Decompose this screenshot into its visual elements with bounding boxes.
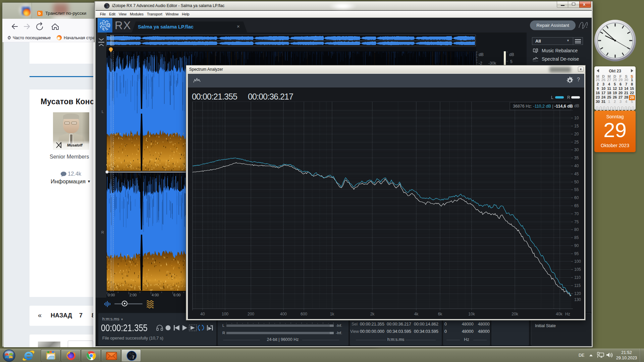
svg-text:2k: 2k (370, 312, 375, 316)
svg-text:115: 115 (574, 283, 581, 288)
svg-text:100: 100 (222, 312, 228, 316)
svg-text:100: 100 (574, 259, 581, 264)
svg-text:6k: 6k (438, 312, 443, 316)
svg-text:Hz: Hz (565, 312, 570, 316)
svg-text:40k: 40k (556, 312, 562, 316)
svg-text:70: 70 (574, 212, 579, 216)
svg-text:40: 40 (200, 312, 205, 316)
svg-text:120: 120 (574, 291, 581, 296)
svg-text:600: 600 (301, 312, 307, 316)
svg-text:1k: 1k (330, 312, 335, 316)
svg-text:80: 80 (574, 227, 579, 232)
svg-text:75: 75 (574, 220, 579, 224)
svg-text:85: 85 (574, 235, 579, 240)
svg-text:130: 130 (574, 297, 581, 302)
svg-text:00:00:21.355: 00:00:21.355 (192, 92, 237, 101)
svg-text:7: 7 (132, 355, 135, 360)
svg-text:15: 15 (574, 124, 579, 128)
svg-text:20: 20 (574, 132, 579, 136)
svg-text:20k: 20k (512, 312, 518, 316)
svg-text:400: 400 (280, 312, 287, 316)
svg-text:45: 45 (574, 172, 579, 176)
svg-text:200: 200 (248, 312, 254, 316)
svg-text:40: 40 (574, 164, 579, 168)
svg-text:35: 35 (574, 156, 579, 160)
svg-text:10: 10 (574, 116, 579, 120)
svg-text:60: 60 (574, 195, 579, 200)
svg-text:25: 25 (574, 140, 579, 144)
svg-text:105: 105 (574, 267, 581, 272)
svg-text:R: R (567, 95, 570, 100)
svg-text:4k: 4k (414, 312, 419, 316)
svg-text:110: 110 (574, 275, 581, 280)
svg-text:30: 30 (574, 147, 579, 152)
svg-text:90: 90 (574, 243, 579, 248)
svg-text:50: 50 (574, 180, 579, 184)
svg-text:L: L (551, 95, 553, 100)
svg-text:55: 55 (574, 187, 579, 192)
svg-text:36876 Hz: -110,2 dB | -114,6 d: 36876 Hz: -110,2 dB | -114,6 dB (513, 104, 573, 109)
svg-text:65: 65 (574, 203, 579, 208)
svg-text:00:00:36.217: 00:00:36.217 (248, 92, 293, 101)
svg-text:95: 95 (574, 251, 579, 256)
svg-text:10k: 10k (468, 312, 475, 316)
svg-text:dB: dB (574, 104, 579, 108)
